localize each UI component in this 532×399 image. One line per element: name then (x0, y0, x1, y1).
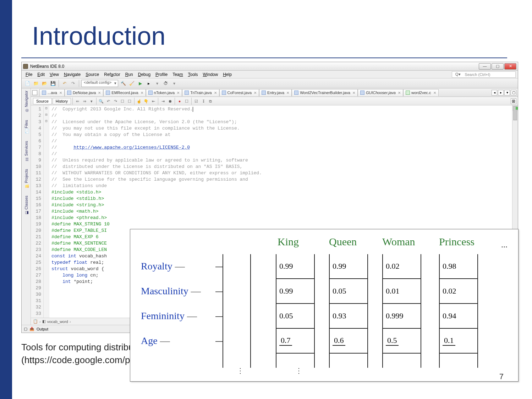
maximize-button[interactable]: ▢ (492, 63, 504, 70)
menu-debug[interactable]: Debug (136, 71, 152, 78)
shift-right-icon[interactable]: ⇥ (160, 98, 166, 104)
tab-scroll-left-icon[interactable]: ◂ (492, 90, 497, 95)
code-line[interactable]: // Copyright 2013 Google Inc. All Rights… (51, 106, 516, 113)
tab-close-icon[interactable]: ✕ (352, 91, 355, 95)
toggle-bookmark-icon[interactable]: ☐ (126, 98, 133, 104)
tab-close-icon[interactable]: ✕ (433, 91, 436, 95)
menu-help[interactable]: Help (221, 71, 234, 78)
file-tab[interactable]: DeNoise.java✕ (65, 89, 103, 96)
code-line[interactable]: #include <stdio.h> (51, 189, 516, 196)
file-tab[interactable]: TriTrain.java✕ (182, 89, 219, 96)
code-line[interactable]: // you may not use this file except in c… (51, 125, 516, 132)
nav-drop-icon[interactable]: ▾ (88, 98, 95, 104)
open-icon[interactable]: 📂 (41, 80, 48, 87)
code-line[interactable]: #include <stdlib.h> (51, 196, 516, 202)
clean-build-icon[interactable]: 🧹 (128, 80, 135, 87)
code-line[interactable]: #define MAX_STRING 10 (51, 221, 516, 228)
breadcrumb-struct-icon[interactable]: ◧ (42, 319, 46, 324)
panel-navigator[interactable]: ◎Navigator (24, 91, 28, 113)
new-file-icon[interactable]: 📄 (24, 80, 31, 87)
find-sel-icon[interactable]: 🔍 (98, 98, 104, 104)
code-line[interactable]: // distributed under the License is dist… (51, 164, 516, 170)
profile-icon[interactable]: ⏱ (162, 80, 169, 87)
code-line[interactable]: // http://www.apache.org/licenses/LICENS… (51, 144, 516, 151)
menu-refactor[interactable]: Refactor (102, 71, 122, 78)
code-line[interactable]: // WITHOUT WARRANTIES OR CONDITIONS OF A… (51, 170, 516, 176)
history-tab[interactable]: History (53, 98, 71, 104)
minimize-button[interactable]: — (479, 63, 491, 70)
stop-macro-icon[interactable]: ● (176, 98, 183, 104)
tab-list-icon[interactable]: ▾ (504, 90, 510, 95)
find-prev-icon[interactable]: ↶ (105, 98, 111, 104)
start-macro-icon[interactable]: ⏺ (167, 98, 173, 104)
fold-toggle-icon[interactable]: ⊟ (44, 118, 49, 125)
dock-icon[interactable] (32, 90, 37, 95)
menu-run[interactable]: Run (124, 71, 135, 78)
menu-window[interactable]: Window (201, 71, 220, 78)
uncomment-icon[interactable]: ☑ (193, 98, 199, 104)
code-line[interactable]: // Unless required by applicable law or … (51, 157, 516, 164)
tab-close-icon[interactable]: ✕ (398, 91, 401, 95)
panel-projects[interactable]: 📁Projects (24, 169, 28, 189)
save-all-icon[interactable]: 💾 (49, 80, 56, 87)
tab-close-icon[interactable]: ✕ (286, 91, 289, 95)
fold-toggle-icon[interactable]: ⊟ (44, 112, 49, 118)
file-tab[interactable]: Word2VecTrainerBuilder.java✕ (292, 89, 358, 96)
fold-toggle-icon[interactable]: ⊟ (44, 105, 49, 112)
debug-icon[interactable]: ▸ (145, 80, 152, 87)
code-line[interactable]: #include <math.h> (51, 208, 516, 215)
next-bookmark-icon[interactable]: 👇 (143, 98, 149, 104)
menu-source[interactable]: Source (84, 71, 101, 78)
tab-close-icon[interactable]: ✕ (177, 91, 180, 95)
file-tab[interactable]: word2vec.c✕ (403, 89, 439, 96)
panel-files[interactable]: 📄Files (24, 120, 28, 134)
code-line[interactable]: #include <pthread.h> (51, 215, 516, 221)
search-input[interactable]: Q▾ Search (Ctrl+I) (452, 71, 516, 78)
tab-scroll-right-icon[interactable]: ▸ (498, 90, 504, 95)
nav-fwd-icon[interactable]: ⇒ (81, 98, 88, 104)
run-icon[interactable]: ▶ (137, 80, 144, 87)
file-tab[interactable]: nToken.java✕ (146, 89, 182, 96)
file-tab[interactable]: Entry.java✕ (259, 89, 292, 96)
code-line[interactable]: // (51, 151, 516, 157)
code-line[interactable]: #include <string.h> (51, 202, 516, 208)
panel-classes[interactable]: ◧Classes (24, 196, 28, 215)
debug-dropdown-icon[interactable]: ▾ (154, 80, 161, 87)
menu-navigate[interactable]: Navigate (62, 71, 82, 78)
diff-icon[interactable]: ⧉ (207, 98, 214, 104)
code-line[interactable]: // limitations unde (51, 183, 516, 189)
comment-icon[interactable]: ☐ (183, 98, 190, 104)
prev-bookmark-icon[interactable]: ☝ (136, 98, 142, 104)
code-line[interactable]: // (51, 138, 516, 144)
menu-tools[interactable]: Tools (186, 71, 199, 78)
code-line[interactable]: // (51, 113, 516, 119)
file-tab[interactable]: CoForest.java✕ (219, 89, 259, 96)
menu-edit[interactable]: Edit (35, 71, 46, 78)
config-select[interactable]: <default config> (81, 80, 118, 87)
breadcrumb-item[interactable]: vocab_word (47, 319, 68, 324)
file-tab[interactable]: EMRecord.java✕ (103, 89, 146, 96)
tab-close-icon[interactable]: ✕ (59, 91, 62, 95)
tab-close-icon[interactable]: ✕ (141, 91, 143, 95)
redo-icon[interactable]: ↷ (70, 80, 77, 87)
shift-left-icon[interactable]: ⇤ (150, 98, 157, 104)
close-button[interactable]: ✕ (504, 63, 516, 70)
menu-file[interactable]: File (24, 71, 34, 78)
source-tab[interactable]: Source (33, 98, 52, 104)
panel-services[interactable]: ☰Services (24, 141, 28, 162)
code-line[interactable]: // See the License for the specific lang… (51, 176, 516, 183)
menu-view[interactable]: View (48, 71, 61, 78)
build-icon[interactable]: 🔨 (120, 80, 127, 87)
goto-header-icon[interactable]: ↧ (200, 98, 207, 104)
tab-close-icon[interactable]: ✕ (98, 91, 101, 95)
file-tab[interactable]: GUIChooser.java✕ (358, 89, 403, 96)
profile-dropdown-icon[interactable]: ▾ (171, 80, 178, 87)
code-line[interactable]: // You may obtain a copy of the License … (51, 132, 516, 138)
tab-maximize-icon[interactable]: ▢ (511, 90, 516, 95)
undo-icon[interactable]: ↶ (61, 80, 68, 87)
menu-profile[interactable]: Profile (154, 71, 169, 78)
toggle-highlight-icon[interactable]: ☐ (119, 98, 126, 104)
editor-split-icon[interactable]: ⊞ (511, 98, 516, 104)
code-line[interactable]: // Licensed under the Apache License, Ve… (51, 119, 516, 125)
menu-team[interactable]: Team (171, 71, 185, 78)
